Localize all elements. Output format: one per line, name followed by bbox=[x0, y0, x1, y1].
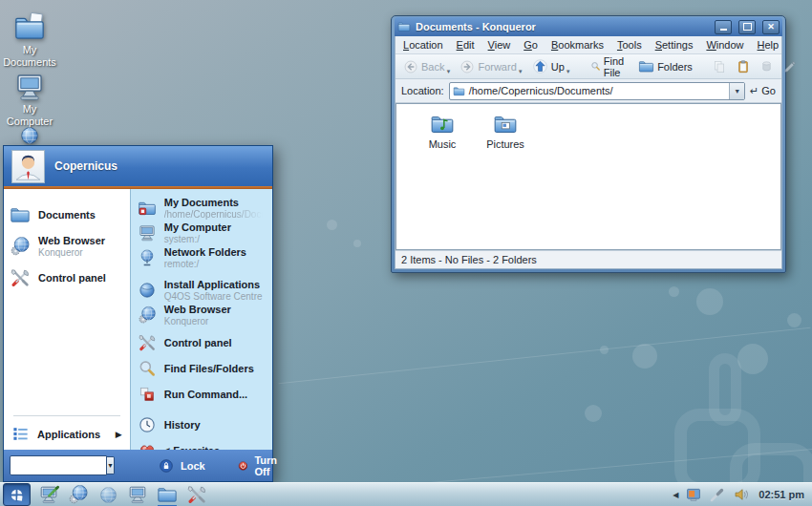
folder-icon bbox=[638, 58, 654, 74]
folder-view[interactable]: Music Pictures bbox=[395, 103, 781, 250]
wallpaper-dot bbox=[327, 220, 337, 230]
menu-item-applications[interactable]: Applications ▶ bbox=[4, 418, 130, 450]
up-button[interactable]: Up▼ bbox=[529, 57, 574, 75]
power-icon bbox=[238, 458, 248, 474]
wallpaper-line bbox=[412, 448, 812, 484]
window-titlebar[interactable]: Documents - Konqueror ✕ bbox=[395, 17, 782, 36]
desktop-icon-my-documents[interactable]: My Documents bbox=[0, 11, 69, 69]
q4os-logo-icon bbox=[9, 487, 25, 503]
menu-item-documents[interactable]: Documents bbox=[4, 200, 130, 229]
konqueror-launcher[interactable] bbox=[67, 483, 90, 506]
menu-item-find-files[interactable]: Find Files/Folders bbox=[131, 357, 272, 380]
menu-bookmarks[interactable]: Bookmarks bbox=[551, 39, 604, 51]
forward-button[interactable]: Forward▼ bbox=[457, 58, 525, 75]
close-button[interactable]: ✕ bbox=[762, 20, 780, 34]
menu-item-history[interactable]: History bbox=[131, 413, 272, 436]
tray-pen-icon[interactable] bbox=[708, 486, 726, 504]
location-value[interactable]: /home/Copernicus/Documents/ bbox=[469, 85, 725, 96]
find-file-label: Find File bbox=[604, 55, 630, 78]
file-item-pictures[interactable]: Pictures bbox=[475, 112, 536, 150]
menu-go[interactable]: Go bbox=[524, 39, 538, 51]
folder-icon bbox=[10, 204, 31, 225]
wallpaper-dot bbox=[737, 344, 768, 374]
start-menu-footer: ▼ Lock Turn Off bbox=[4, 450, 272, 481]
go-arrow-icon: ↵ bbox=[750, 85, 759, 97]
start-menu-left-column: Documents Web BrowserKonqueror Control p… bbox=[4, 189, 130, 450]
paste-button[interactable] bbox=[733, 58, 754, 75]
globe-icon bbox=[98, 485, 118, 505]
system-tray: ◀ 02:51 pm bbox=[673, 486, 809, 504]
item-label: My Documents bbox=[164, 197, 267, 209]
file-label: Pictures bbox=[486, 138, 524, 150]
desktop: My Documents My Computer Documents - Kon… bbox=[0, 0, 812, 506]
find-file-button[interactable]: Find File bbox=[588, 54, 632, 79]
item-label: Find Files/Folders bbox=[164, 363, 254, 375]
control-panel-launcher[interactable] bbox=[185, 483, 208, 506]
menu-item-control-panel[interactable]: Control panel bbox=[131, 331, 272, 354]
item-sublabel: Konqueror bbox=[164, 316, 231, 327]
back-button[interactable]: Back▼ bbox=[400, 58, 454, 75]
file-manager-task[interactable] bbox=[156, 483, 179, 506]
desktop-icon-web-browser[interactable] bbox=[0, 125, 69, 146]
turn-off-button[interactable]: Turn Off bbox=[228, 452, 292, 480]
screen-icon bbox=[685, 486, 702, 503]
user-avatar bbox=[11, 150, 45, 183]
menu-location[interactable]: Location bbox=[403, 39, 443, 51]
wallpaper-dot bbox=[787, 313, 801, 327]
computer-icon bbox=[138, 223, 157, 242]
menu-item-run-command[interactable]: Run Command... bbox=[131, 383, 272, 406]
lock-button[interactable]: Lock bbox=[149, 455, 215, 476]
tray-display-icon[interactable] bbox=[684, 486, 702, 504]
folder-icon bbox=[453, 85, 465, 97]
brush-icon bbox=[782, 59, 798, 74]
menu-item-control-panel[interactable]: Control panel bbox=[4, 264, 130, 292]
clock[interactable]: 02:51 pm bbox=[759, 489, 804, 500]
volume-button[interactable] bbox=[732, 486, 750, 504]
forward-label: Forward bbox=[478, 61, 516, 73]
menu-item-install-applications[interactable]: Install ApplicationsQ4OS Software Centre bbox=[131, 278, 272, 303]
minimize-button[interactable] bbox=[715, 20, 732, 34]
location-combobox[interactable]: /home/Copernicus/Documents/ ▼ bbox=[449, 82, 745, 100]
web-browser-launcher[interactable] bbox=[96, 483, 119, 506]
search-input[interactable] bbox=[10, 455, 107, 475]
menu-item-web-browser[interactable]: Web BrowserKonqueror bbox=[4, 229, 130, 264]
location-dropdown-button[interactable]: ▼ bbox=[729, 83, 744, 99]
konqueror-globe-icon bbox=[138, 306, 157, 325]
menu-help[interactable]: Help bbox=[758, 39, 780, 51]
menu-window[interactable]: Window bbox=[706, 39, 743, 51]
forward-arrow-icon bbox=[459, 59, 475, 74]
go-label: Go bbox=[761, 85, 776, 96]
start-menu: Copernicus Documents Web BrowserKonquero… bbox=[3, 145, 273, 482]
my-computer-launcher[interactable] bbox=[126, 483, 149, 506]
magnifier-icon bbox=[138, 359, 157, 378]
computer-icon bbox=[127, 484, 148, 505]
wallpaper-line bbox=[278, 327, 810, 385]
menu-edit[interactable]: Edit bbox=[457, 39, 475, 51]
menu-settings[interactable]: Settings bbox=[655, 39, 694, 51]
menu-item-my-documents[interactable]: My Documents/home/Copernicus/Docu bbox=[131, 196, 272, 221]
maximize-button[interactable] bbox=[738, 20, 756, 34]
rename-button[interactable] bbox=[780, 58, 801, 75]
print-button[interactable] bbox=[757, 58, 777, 74]
menu-item-web-browser[interactable]: Web BrowserKonqueror bbox=[131, 303, 272, 327]
show-desktop-button[interactable] bbox=[37, 483, 60, 506]
file-item-music[interactable]: Music bbox=[412, 112, 473, 150]
copy-icon bbox=[712, 59, 727, 74]
menu-tools[interactable]: Tools bbox=[617, 39, 642, 51]
menu-item-network-folders[interactable]: Network Foldersremote:/ bbox=[131, 245, 272, 270]
start-menu-header: Copernicus bbox=[4, 146, 272, 186]
search-dropdown-button[interactable]: ▼ bbox=[107, 456, 115, 474]
computer-icon bbox=[13, 71, 46, 103]
wallpaper-ring bbox=[709, 353, 741, 426]
go-button[interactable]: ↵ Go bbox=[750, 85, 776, 97]
tray-collapse-arrow[interactable]: ◀ bbox=[673, 491, 678, 499]
desktop-icon-my-computer[interactable]: My Computer bbox=[0, 71, 69, 128]
menu-item-my-computer[interactable]: My Computersystem:/ bbox=[131, 221, 272, 245]
up-arrow-icon bbox=[532, 58, 548, 74]
start-button[interactable] bbox=[3, 483, 31, 506]
folders-button[interactable]: Folders bbox=[635, 57, 695, 75]
desktop-icon-label: My Documents bbox=[0, 44, 69, 69]
documents-folder-icon bbox=[13, 11, 46, 44]
menu-view[interactable]: View bbox=[488, 39, 511, 51]
copy-button[interactable] bbox=[709, 58, 730, 75]
